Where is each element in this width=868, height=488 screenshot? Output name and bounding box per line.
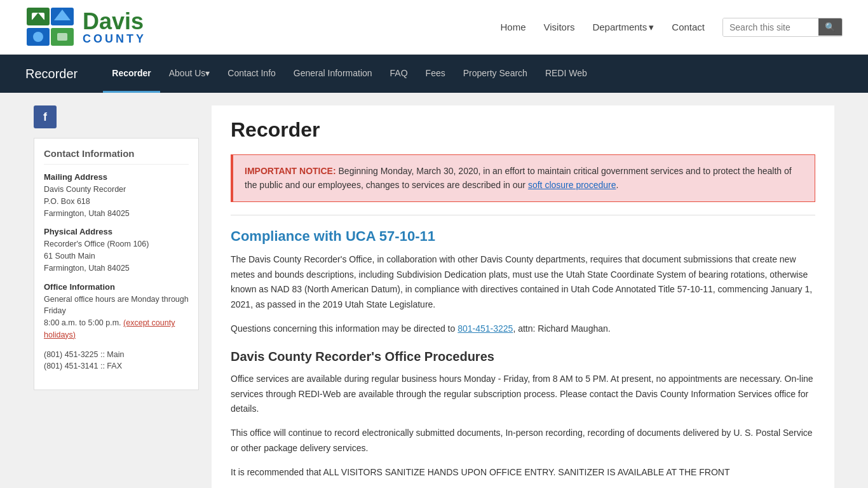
logo-icon [25,6,76,48]
section1-phone-link[interactable]: 801-451-3225 [458,323,513,334]
nav-contact-info[interactable]: Contact Info [219,55,285,93]
nav-visitors[interactable]: Visitors [544,22,575,32]
contact-box-title: Contact Information [44,148,189,165]
section-title: Recorder [25,67,78,81]
main-content: f Contact Information Mailing Address Da… [21,93,847,488]
divider [231,215,815,215]
nav-property-search[interactable]: Property Search [454,55,536,93]
search-button[interactable]: 🔍 [818,18,842,36]
physical-room: Recorder's Office (Room 106) [44,238,189,250]
search-box: 🔍 [722,18,843,37]
section2-heading: Davis County Recorder's Office Procedure… [231,349,815,364]
dark-nav: Recorder Recorder About Us ▾ Contact Inf… [0,55,868,93]
top-header: Davis COUNTY Home Visitors Departments ▾… [0,0,868,55]
office-time: 8:00 a.m. to 5:00 p.m. (except county ho… [44,317,189,341]
section1-para2: Questions concerning this information ma… [231,322,815,337]
chevron-down-icon: ▾ [649,22,654,33]
physical-street: 61 South Main [44,250,189,262]
nav-about-us[interactable]: About Us ▾ [160,55,219,93]
office-heading: Office Information [44,282,189,292]
mailing-po: P.O. Box 618 [44,196,189,208]
logo-davis: Davis [83,10,146,33]
chevron-down-icon: ▾ [205,68,210,78]
mailing-city: Farmington, Utah 84025 [44,208,189,220]
section2-para2: This office will continue to record elec… [231,426,815,456]
nav-recorder[interactable]: Recorder [103,55,159,93]
search-icon: 🔍 [825,22,836,32]
nav-departments[interactable]: Departments ▾ [592,22,654,33]
phone-fax: (801) 451-3141 :: FAX [44,360,189,372]
logo-county: COUNTY [83,33,146,44]
section2-para3: It is recommended that ALL VISITORS SANI… [231,465,815,480]
phone-section: (801) 451-3225 :: Main (801) 451-3141 ::… [44,349,189,373]
page-title: Recorder [231,118,815,142]
dark-nav-links: Recorder About Us ▾ Contact Info General… [103,55,843,93]
section1-para1: The Davis County Recorder's Office, in c… [231,252,815,313]
nav-general-information[interactable]: General Information [285,55,381,93]
svg-point-6 [33,32,43,42]
notice-end: . [616,180,618,190]
nav-redi-web[interactable]: REDI Web [536,55,596,93]
office-info-section: Office Information General office hours … [44,282,189,341]
logo-text: Davis COUNTY [83,10,146,44]
notice-label: IMPORTANT NOTICE: [245,166,336,176]
physical-heading: Physical Address [44,227,189,236]
nav-faq[interactable]: FAQ [381,55,417,93]
contact-box: Contact Information Mailing Address Davi… [34,138,199,390]
physical-city: Farmington, Utah 84025 [44,262,189,274]
facebook-icon: f [43,111,47,124]
nav-fees[interactable]: Fees [417,55,454,93]
mailing-address-section: Mailing Address Davis County Recorder P.… [44,172,189,219]
notice-box: IMPORTANT NOTICE: Beginning Monday, Marc… [231,154,815,202]
nav-home[interactable]: Home [501,22,526,32]
facebook-button[interactable]: f [34,105,57,128]
section1-heading: Compliance with UCA 57-10-11 [231,228,815,245]
notice-link[interactable]: soft closure procedure [528,180,616,190]
logo-area: Davis COUNTY [25,6,146,48]
svg-rect-8 [57,33,67,41]
section2-para1: Office services are available during reg… [231,372,815,417]
physical-address-section: Physical Address Recorder's Office (Room… [44,227,189,274]
mailing-name: Davis County Recorder [44,184,189,196]
sidebar: f Contact Information Mailing Address Da… [34,105,199,488]
nav-contact[interactable]: Contact [672,22,705,32]
phone-main: (801) 451-3225 :: Main [44,349,189,361]
top-nav: Home Visitors Departments ▾ Contact 🔍 [501,18,843,37]
content-area: Recorder IMPORTANT NOTICE: Beginning Mon… [212,105,834,488]
office-hours: General office hours are Monday through … [44,294,189,318]
mailing-heading: Mailing Address [44,172,189,182]
search-input[interactable] [723,18,818,36]
